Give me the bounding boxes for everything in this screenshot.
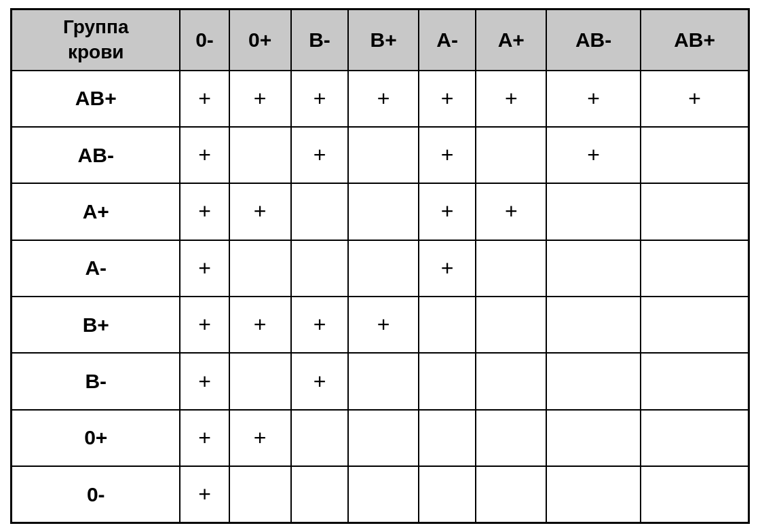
cell-row2-col3 bbox=[348, 183, 419, 240]
column-header-blood-type: Группакрови bbox=[12, 10, 180, 71]
cell-row6-col3 bbox=[348, 410, 419, 466]
row-label-0+: 0+ bbox=[12, 410, 180, 466]
cell-row3-col3 bbox=[348, 240, 419, 297]
cell-row6-col4 bbox=[419, 410, 476, 466]
column-header-0-neg: 0- bbox=[180, 10, 229, 71]
column-header-b-neg: B- bbox=[291, 10, 349, 71]
cell-row5-col6 bbox=[546, 353, 641, 409]
cell-row7-col6 bbox=[546, 466, 641, 522]
cell-row3-col0: + bbox=[180, 240, 229, 297]
cell-row3-col7 bbox=[641, 240, 748, 297]
column-header-0-pos: 0+ bbox=[229, 10, 291, 71]
cell-row0-col0: + bbox=[180, 71, 229, 127]
cell-row4-col6 bbox=[546, 297, 641, 353]
table-row: B+++++ bbox=[12, 297, 749, 353]
cell-row6-col2 bbox=[291, 410, 349, 466]
cell-row4-col0: + bbox=[180, 297, 229, 353]
column-header-ab-pos: AB+ bbox=[641, 10, 748, 71]
cell-row3-col5 bbox=[476, 240, 546, 297]
compatibility-table: Группакрови 0- 0+ B- B+ A- A+ AB- AB+ AB… bbox=[10, 8, 750, 524]
column-header-a-pos: A+ bbox=[476, 10, 546, 71]
table-row: AB+++++++++ bbox=[12, 71, 749, 127]
table-row: A-++ bbox=[12, 240, 749, 297]
cell-row7-col2 bbox=[291, 466, 349, 522]
cell-row3-col2 bbox=[291, 240, 349, 297]
cell-row5-col0: + bbox=[180, 353, 229, 409]
cell-row1-col5 bbox=[476, 127, 546, 183]
row-label-A+: A+ bbox=[12, 183, 180, 240]
cell-row6-col1: + bbox=[229, 410, 291, 466]
column-header-a-neg: A- bbox=[419, 10, 476, 71]
cell-row5-col5 bbox=[476, 353, 546, 409]
cell-row0-col5: + bbox=[476, 71, 546, 127]
cell-row0-col6: + bbox=[546, 71, 641, 127]
cell-row2-col5: + bbox=[476, 183, 546, 240]
cell-row7-col0: + bbox=[180, 466, 229, 522]
cell-row6-col7 bbox=[641, 410, 748, 466]
cell-row4-col1: + bbox=[229, 297, 291, 353]
cell-row7-col4 bbox=[419, 466, 476, 522]
row-label-AB+: AB+ bbox=[12, 71, 180, 127]
cell-row1-col7 bbox=[641, 127, 748, 183]
cell-row7-col7 bbox=[641, 466, 748, 522]
cell-row2-col7 bbox=[641, 183, 748, 240]
cell-row1-col4: + bbox=[419, 127, 476, 183]
cell-row0-col4: + bbox=[419, 71, 476, 127]
table-row: 0+++ bbox=[12, 410, 749, 466]
cell-row0-col2: + bbox=[291, 71, 349, 127]
cell-row7-col1 bbox=[229, 466, 291, 522]
cell-row4-col4 bbox=[419, 297, 476, 353]
cell-row5-col1 bbox=[229, 353, 291, 409]
cell-row4-col5 bbox=[476, 297, 546, 353]
cell-row1-col6: + bbox=[546, 127, 641, 183]
cell-row5-col7 bbox=[641, 353, 748, 409]
cell-row7-col3 bbox=[348, 466, 419, 522]
cell-row4-col3: + bbox=[348, 297, 419, 353]
cell-row5-col3 bbox=[348, 353, 419, 409]
cell-row2-col2 bbox=[291, 183, 349, 240]
cell-row0-col7: + bbox=[641, 71, 748, 127]
cell-row7-col5 bbox=[476, 466, 546, 522]
cell-row1-col2: + bbox=[291, 127, 349, 183]
cell-row5-col4 bbox=[419, 353, 476, 409]
cell-row6-col5 bbox=[476, 410, 546, 466]
cell-row6-col6 bbox=[546, 410, 641, 466]
cell-row0-col1: + bbox=[229, 71, 291, 127]
row-label-B+: B+ bbox=[12, 297, 180, 353]
cell-row2-col0: + bbox=[180, 183, 229, 240]
cell-row2-col1: + bbox=[229, 183, 291, 240]
cell-row1-col1 bbox=[229, 127, 291, 183]
blood-type-compatibility-table: Группакрови 0- 0+ B- B+ A- A+ AB- AB+ AB… bbox=[7, 5, 753, 527]
cell-row6-col0: + bbox=[180, 410, 229, 466]
row-label-A-: A- bbox=[12, 240, 180, 297]
column-header-b-pos: B+ bbox=[348, 10, 419, 71]
row-label-AB-: AB- bbox=[12, 127, 180, 183]
column-header-ab-neg: AB- bbox=[546, 10, 641, 71]
table-row: B-++ bbox=[12, 353, 749, 409]
cell-row3-col4: + bbox=[419, 240, 476, 297]
cell-row2-col4: + bbox=[419, 183, 476, 240]
row-label-0-: 0- bbox=[12, 466, 180, 522]
cell-row5-col2: + bbox=[291, 353, 349, 409]
table-row: 0-+ bbox=[12, 466, 749, 522]
cell-row1-col3 bbox=[348, 127, 419, 183]
table-row: AB-++++ bbox=[12, 127, 749, 183]
row-label-B-: B- bbox=[12, 353, 180, 409]
cell-row2-col6 bbox=[546, 183, 641, 240]
cell-row0-col3: + bbox=[348, 71, 419, 127]
cell-row4-col2: + bbox=[291, 297, 349, 353]
cell-row4-col7 bbox=[641, 297, 748, 353]
cell-row3-col6 bbox=[546, 240, 641, 297]
cell-row3-col1 bbox=[229, 240, 291, 297]
table-row: A+++++ bbox=[12, 183, 749, 240]
cell-row1-col0: + bbox=[180, 127, 229, 183]
